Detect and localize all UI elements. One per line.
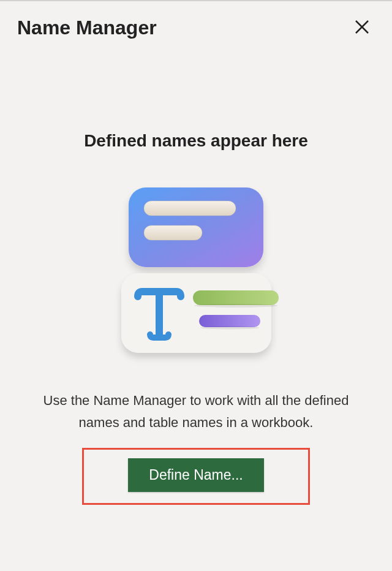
empty-state: Defined names appear here: [0, 83, 392, 571]
svg-rect-9: [193, 290, 279, 305]
panel-title: Name Manager: [17, 17, 157, 39]
names-illustration: [104, 181, 288, 365]
button-highlight-box: Define Name...: [82, 448, 309, 505]
name-manager-panel: Name Manager Defined names appear here: [0, 0, 392, 571]
svg-point-10: [194, 304, 277, 308]
close-icon: [354, 16, 370, 39]
panel-header: Name Manager: [0, 1, 392, 47]
svg-rect-5: [144, 225, 202, 240]
close-button[interactable]: [349, 15, 375, 40]
svg-rect-7: [121, 273, 271, 353]
empty-state-heading: Defined names appear here: [84, 131, 308, 151]
svg-rect-3: [144, 201, 236, 216]
svg-rect-11: [199, 315, 260, 327]
define-name-button[interactable]: Define Name...: [128, 458, 263, 492]
empty-state-description: Use the Name Manager to work with all th…: [24, 390, 368, 433]
svg-point-12: [200, 327, 259, 330]
